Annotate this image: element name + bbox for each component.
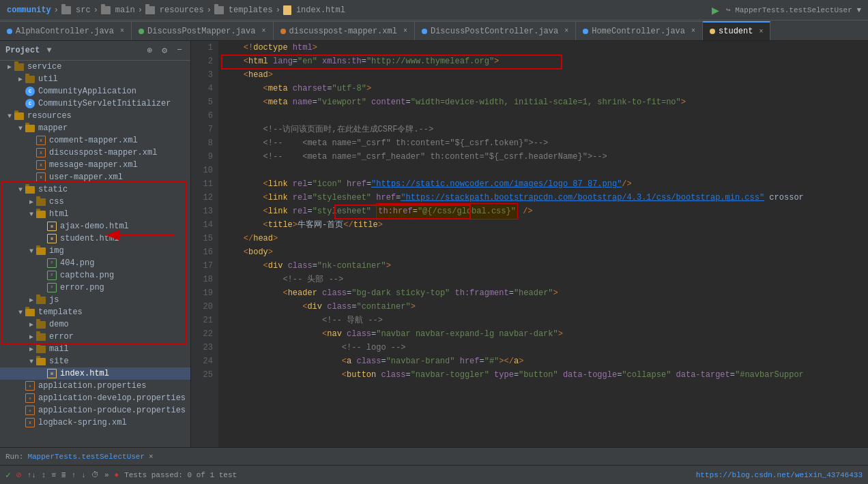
tab-discuss-mapper-close[interactable]: × (261, 27, 265, 35)
error-png-icon: P (46, 283, 57, 292)
tree-app-prod-props[interactable]: ▶ ⚙ application-produce.properties (0, 404, 190, 417)
project-label: Project (5, 46, 40, 55)
run-close[interactable]: × (149, 453, 154, 461)
line-num-21: 21 (191, 314, 213, 327)
tree-app-props[interactable]: ▶ ⚙ application.properties (0, 380, 190, 392)
sidebar-sync-icon[interactable]: ⊕ (145, 44, 156, 57)
tree-mail[interactable]: ▶ mail (0, 343, 190, 355)
tab-alpha-icon (7, 29, 12, 34)
tree-discusspost-mapper[interactable]: ▶ X discusspost-mapper.xml (0, 147, 190, 159)
blog-url[interactable]: https://blog.csdn.net/weixin_43746433 (696, 471, 863, 479)
sidebar-minus-icon[interactable]: − (174, 44, 185, 57)
tree-error-png[interactable]: ▶ P error.png (0, 282, 190, 294)
tab-student[interactable]: student × (703, 21, 770, 40)
tree-site[interactable]: ▼ site (0, 355, 190, 367)
breadcrumb-main[interactable]: main (100, 5, 136, 15)
tab-discuss-xml[interactable]: discusspost-mapper.xml × (274, 21, 415, 40)
tab-alpha-controller[interactable]: AlphaController.java × (0, 21, 132, 40)
tab-home-ctrl-icon (583, 29, 588, 34)
tab-discuss-ctrl-close[interactable]: × (564, 27, 568, 35)
run-icon[interactable]: ▶ (712, 3, 719, 18)
js-arrow: ▶ (27, 296, 35, 304)
app-dev-props-icon: ⚙ (25, 393, 35, 403)
tree-css[interactable]: ▶ css (0, 196, 190, 208)
project-dropdown[interactable]: ▼ (46, 46, 51, 55)
tab-home-ctrl[interactable]: HomeController.java × (576, 21, 703, 40)
img-arrow: ▼ (27, 247, 35, 255)
main-area: Project ▼ ⊕ ⚙ − ▶ service ▶ (0, 41, 868, 447)
align-right-icon[interactable]: ≣ (61, 470, 66, 479)
check-icon[interactable]: ✓ (5, 470, 11, 481)
error-png-label: error.png (60, 283, 104, 292)
tree-app-dev-props[interactable]: ▶ ⚙ application-develop.properties (0, 392, 190, 404)
line-num-10: 10 (191, 164, 213, 177)
tree-js[interactable]: ▶ js (0, 294, 190, 306)
tree-user-mapper[interactable]: ▶ X user-mapper.xml (0, 171, 190, 183)
tree-html[interactable]: ▼ html (0, 208, 190, 220)
up-icon[interactable]: ↑ (72, 471, 76, 479)
tree-service[interactable]: ▶ service (0, 61, 190, 73)
breadcrumb-src[interactable]: src (60, 5, 92, 15)
tree-static[interactable]: ▼ static (0, 183, 190, 196)
breadcrumb-index[interactable]: index.html (282, 5, 347, 15)
tab-home-ctrl-close[interactable]: × (691, 27, 695, 35)
img-label: img (49, 246, 64, 256)
tree-community-app[interactable]: ▶ C CommunityApplication (0, 85, 190, 97)
breadcrumb-sep3: › (138, 5, 143, 15)
line-num-14: 14 (191, 218, 213, 232)
clock-icon[interactable]: ⏱ (91, 470, 99, 479)
code-area[interactable]: <!doctype html> <html lang="en" xmlns:th… (218, 41, 868, 447)
breadcrumb-community[interactable]: community (5, 5, 53, 15)
code-line-6 (224, 109, 868, 123)
resources-label: resources (27, 111, 72, 121)
tree-resources[interactable]: ▼ resources (0, 110, 190, 122)
ajax-demo-label: ajax-demo.html (60, 222, 129, 231)
tree-ajax-demo[interactable]: ▶ H ajax-demo.html (0, 220, 190, 232)
tree-comment-mapper[interactable]: ▶ X comment-mapper.xml (0, 134, 190, 147)
bottom-bar: ✓ ⊘ ↑↓ ↕ ≡ ≣ ↑ ↓ ⏱ » ● Tests passed: 0 o… (0, 465, 868, 484)
breadcrumb-resources[interactable]: resources (144, 5, 205, 15)
tree-index-html[interactable]: ▶ H index.html (0, 367, 190, 380)
mail-arrow: ▶ (27, 345, 35, 353)
breadcrumb-sep5: › (276, 5, 280, 15)
message-mapper-icon: X (35, 160, 46, 170)
tree-community-servlet[interactable]: ▶ C CommunityServletInitializer (0, 97, 190, 110)
down-icon[interactable]: ↓ (81, 471, 86, 479)
tree-student-html[interactable]: ▶ H student.html (0, 232, 190, 245)
tab-discuss-mapper[interactable]: DiscussPostMapper.java × (132, 21, 273, 40)
tree-mapper[interactable]: ▼ mapper (0, 122, 190, 134)
404-icon: P (46, 258, 57, 268)
index-html-label: index.html (60, 369, 109, 378)
tab-home-ctrl-label: HomeController.java (592, 27, 685, 36)
breadcrumb-templates[interactable]: templates (213, 5, 274, 15)
sidebar-gear-icon[interactable]: ⚙ (159, 44, 170, 57)
align-left-icon[interactable]: ≡ (51, 471, 56, 479)
mail-label: mail (49, 344, 69, 354)
tab-discuss-xml-close[interactable]: × (403, 27, 407, 35)
tab-alpha-close[interactable]: × (120, 27, 124, 35)
tree-templates[interactable]: ▼ templates (0, 306, 190, 318)
tree-captcha[interactable]: ▶ P captcha.png (0, 269, 190, 282)
tree-logback[interactable]: ▶ X logback-spring.xml (0, 417, 190, 429)
logback-icon: X (25, 418, 35, 427)
sort-desc-icon[interactable]: ↕ (42, 471, 46, 479)
tree-util[interactable]: ▶ util (0, 73, 190, 85)
tree-img[interactable]: ▼ img (0, 245, 190, 257)
sort-asc-icon[interactable]: ↑↓ (27, 471, 36, 479)
code-line-17: <div class="nk-container"> (224, 259, 868, 273)
demo-arrow: ▶ (27, 320, 35, 329)
tree-demo[interactable]: ▶ demo (0, 318, 190, 331)
breadcrumb-resources-label: resources (160, 5, 204, 15)
tab-discuss-ctrl[interactable]: DiscussPostController.java × (415, 21, 576, 40)
tree-error[interactable]: ▶ error (0, 331, 190, 343)
tree-404[interactable]: ▶ P 404.png (0, 257, 190, 269)
error-arrow: ▶ (27, 333, 35, 341)
tree-message-mapper[interactable]: ▶ X message-mapper.xml (0, 159, 190, 171)
code-line-5: <meta name="viewport" content="width=dev… (224, 95, 868, 109)
line-num-15: 15 (191, 232, 213, 245)
code-line-15: </head> (224, 232, 868, 245)
line-numbers: 1 2 3 4 5 6 7 8 9 10 11 12 13 14 15 16 1 (191, 41, 218, 447)
run-class[interactable]: MapperTests.testSelectUser (27, 453, 145, 461)
tab-student-close[interactable]: × (759, 28, 763, 35)
ban-icon[interactable]: ⊘ (16, 470, 22, 481)
